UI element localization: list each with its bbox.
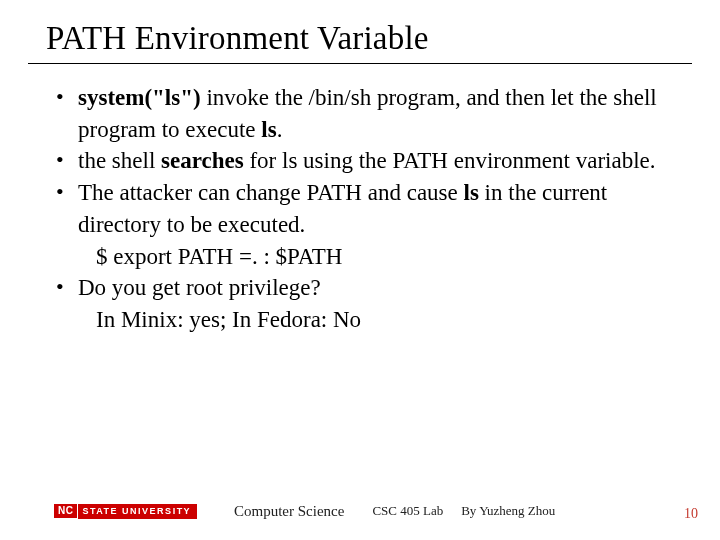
ncsu-logo-nc: NC — [54, 504, 77, 518]
department-label: Computer Science — [234, 503, 344, 520]
bullet-text: the shell searches for ls using the PATH… — [78, 148, 655, 173]
bullet-subtext: In Minix: yes; In Fedora: No — [78, 304, 692, 336]
title-rule — [28, 63, 692, 64]
ncsu-logo: NC STATE UNIVERSITY — [54, 504, 224, 519]
bullet-text: The attacker can change PATH and cause l… — [78, 180, 607, 237]
slide-title: PATH Environment Variable — [46, 20, 692, 57]
ncsu-logo-state: STATE UNIVERSITY — [78, 504, 197, 519]
bullet-text: system("ls") invoke the /bin/sh program,… — [78, 85, 657, 142]
course-label: CSC 405 Lab — [372, 503, 443, 519]
bullet-list: system("ls") invoke the /bin/sh program,… — [56, 82, 692, 336]
bullet-item: The attacker can change PATH and cause l… — [56, 177, 692, 272]
page-number: 10 — [684, 506, 698, 522]
footer: NC STATE UNIVERSITY Computer Science CSC… — [0, 500, 720, 522]
bullet-text: Do you get root privilege? — [78, 275, 321, 300]
bullet-item: Do you get root privilege? In Minix: yes… — [56, 272, 692, 335]
bullet-item: the shell searches for ls using the PATH… — [56, 145, 692, 177]
author-label: By Yuzheng Zhou — [461, 503, 555, 519]
bullet-subtext: $ export PATH =. : $PATH — [78, 241, 692, 273]
bullet-item: system("ls") invoke the /bin/sh program,… — [56, 82, 692, 145]
slide: PATH Environment Variable system("ls") i… — [0, 0, 720, 540]
